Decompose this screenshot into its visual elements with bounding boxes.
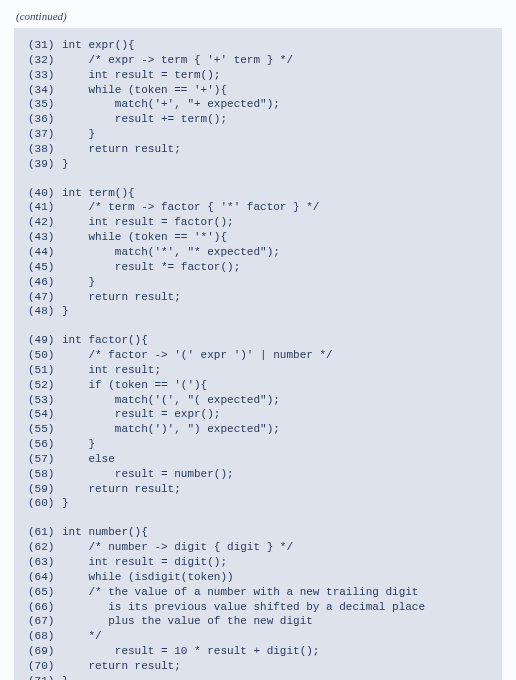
line-number: (55) [28,422,62,437]
line-number: (48) [28,304,62,319]
line-number: (36) [28,112,62,127]
code-line: (59) return result; [28,482,492,497]
code-line: (62) /* number -> digit { digit } */ [28,540,492,555]
code-line: (46) } [28,275,492,290]
line-number: (59) [28,482,62,497]
line-number: (62) [28,540,62,555]
line-number: (60) [28,496,62,511]
code-line: (68) */ [28,629,492,644]
code-line: (37) } [28,127,492,142]
code-listing: (31)int expr(){(32) /* expr -> term { '+… [14,28,502,680]
code-line: (39)} [28,157,492,172]
code-line: (56) } [28,437,492,452]
line-number: (51) [28,363,62,378]
code-line: (47) return result; [28,290,492,305]
code-line: (61)int number(){ [28,525,492,540]
code-line: (48)} [28,304,492,319]
line-number: (66) [28,600,62,615]
code-line: (54) result = expr(); [28,407,492,422]
line-number: (42) [28,215,62,230]
code-line: (66) is its previous value shifted by a … [28,600,492,615]
line-number: (68) [28,629,62,644]
line-number: (47) [28,290,62,305]
line-number: (49) [28,333,62,348]
line-number: (34) [28,83,62,98]
code-line: (34) while (token == '+'){ [28,83,492,98]
line-number: (39) [28,157,62,172]
line-number: (43) [28,230,62,245]
line-number: (31) [28,38,62,53]
line-number: (38) [28,142,62,157]
line-number: (52) [28,378,62,393]
code-gap [28,511,492,525]
code-line: (70) return result; [28,659,492,674]
line-number: (41) [28,200,62,215]
code-line: (58) result = number(); [28,467,492,482]
code-line: (51) int result; [28,363,492,378]
code-line: (50) /* factor -> '(' expr ')' | number … [28,348,492,363]
line-number: (58) [28,467,62,482]
code-line: (64) while (isdigit(token)) [28,570,492,585]
continued-label: (continued) [16,10,502,22]
line-number: (64) [28,570,62,585]
code-gap [28,172,492,186]
line-number: (57) [28,452,62,467]
code-line: (57) else [28,452,492,467]
line-number: (53) [28,393,62,408]
line-number: (61) [28,525,62,540]
code-line: (43) while (token == '*'){ [28,230,492,245]
line-number: (40) [28,186,62,201]
code-line: (42) int result = factor(); [28,215,492,230]
code-line: (67) plus the value of the new digit [28,614,492,629]
code-line: (55) match(')', ") expected"); [28,422,492,437]
line-number: (32) [28,53,62,68]
code-line: (65) /* the value of a number with a new… [28,585,492,600]
code-line: (31)int expr(){ [28,38,492,53]
line-number: (46) [28,275,62,290]
code-line: (52) if (token == '('){ [28,378,492,393]
code-line: (53) match('(', "( expected"); [28,393,492,408]
code-line: (69) result = 10 * result + digit(); [28,644,492,659]
code-line: (41) /* term -> factor { '*' factor } */ [28,200,492,215]
code-line: (44) match('*', "* expected"); [28,245,492,260]
code-line: (60)} [28,496,492,511]
code-line: (63) int result = digit(); [28,555,492,570]
line-number: (35) [28,97,62,112]
code-line: (36) result += term(); [28,112,492,127]
line-number: (63) [28,555,62,570]
line-number: (56) [28,437,62,452]
code-line: (49)int factor(){ [28,333,492,348]
line-number: (33) [28,68,62,83]
line-number: (37) [28,127,62,142]
line-number: (67) [28,614,62,629]
code-line: (40)int term(){ [28,186,492,201]
code-line: (45) result *= factor(); [28,260,492,275]
line-number: (45) [28,260,62,275]
code-line: (32) /* expr -> term { '+' term } */ [28,53,492,68]
line-number: (44) [28,245,62,260]
line-number: (54) [28,407,62,422]
line-number: (65) [28,585,62,600]
code-line: (35) match('+', "+ expected"); [28,97,492,112]
line-number: (50) [28,348,62,363]
code-line: (71)} [28,674,492,680]
line-number: (70) [28,659,62,674]
line-number: (71) [28,674,62,680]
line-number: (69) [28,644,62,659]
code-line: (33) int result = term(); [28,68,492,83]
code-gap [28,319,492,333]
code-line: (38) return result; [28,142,492,157]
